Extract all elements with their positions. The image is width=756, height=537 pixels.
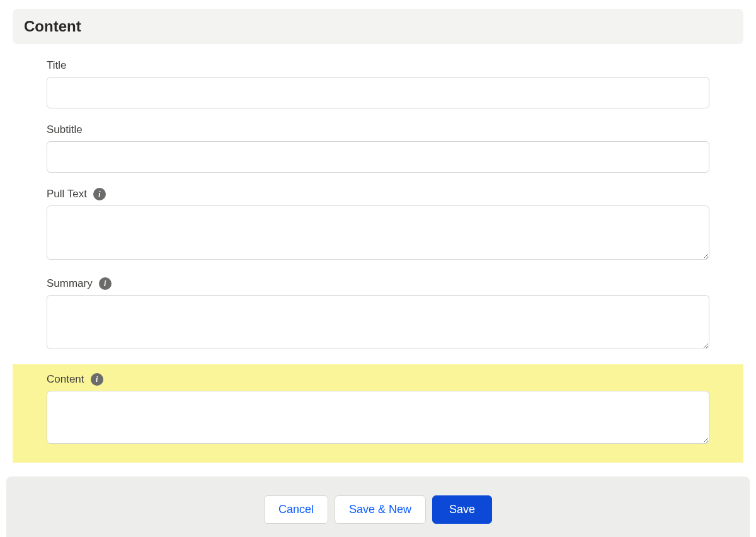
cancel-button[interactable]: Cancel: [264, 495, 328, 524]
subtitle-input[interactable]: [47, 141, 709, 173]
panel-body: Title Subtitle Pull Text i Summary i: [13, 44, 743, 463]
footer-bar: Cancel Save & New Save: [6, 476, 750, 537]
pull-text-textarea[interactable]: [47, 205, 709, 260]
content-panel: Content Title Subtitle Pull Text i: [13, 9, 743, 463]
field-title: Title: [13, 53, 743, 117]
info-icon[interactable]: i: [91, 373, 103, 386]
summary-label: Summary: [47, 277, 93, 290]
field-label-row: Subtitle: [47, 124, 709, 136]
field-pull-text: Pull Text i: [13, 182, 743, 271]
summary-textarea[interactable]: [47, 295, 709, 349]
panel-header: Content: [13, 9, 743, 44]
panel-title: Content: [24, 18, 732, 35]
title-input[interactable]: [47, 77, 709, 108]
field-content: Content i: [13, 364, 743, 463]
content-textarea[interactable]: [47, 391, 709, 444]
title-label: Title: [47, 59, 67, 72]
info-icon[interactable]: i: [93, 188, 106, 200]
field-label-row: Content i: [47, 373, 709, 386]
field-label-row: Summary i: [47, 277, 709, 290]
subtitle-label: Subtitle: [47, 124, 83, 136]
field-subtitle: Subtitle: [13, 117, 743, 182]
save-button[interactable]: Save: [432, 495, 492, 524]
field-summary: Summary i: [13, 271, 743, 361]
content-label: Content: [47, 373, 84, 386]
field-label-row: Pull Text i: [47, 188, 709, 200]
save-and-new-button[interactable]: Save & New: [335, 495, 426, 524]
field-label-row: Title: [47, 59, 709, 72]
info-icon[interactable]: i: [99, 277, 112, 290]
pull-text-label: Pull Text: [47, 188, 87, 200]
